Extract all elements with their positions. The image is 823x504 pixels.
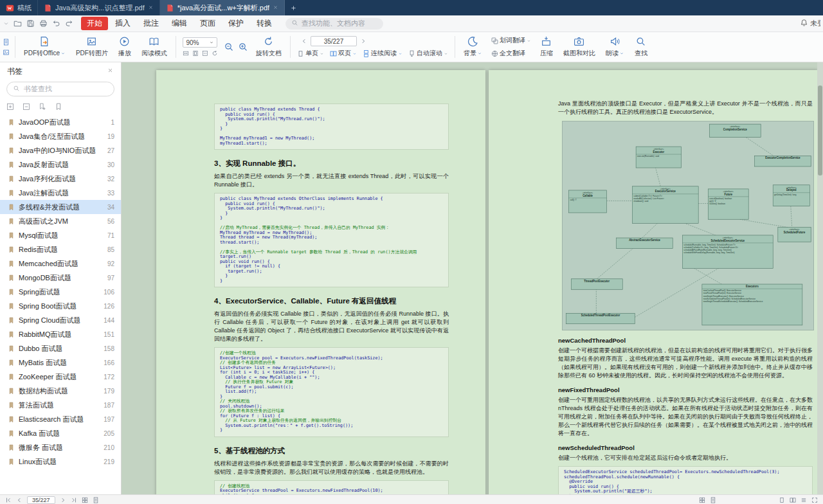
view-mode-单页[interactable]: 单页 xyxy=(297,49,324,58)
add-bookmark-icon[interactable] xyxy=(39,103,46,111)
chevron-left-icon[interactable] xyxy=(16,497,23,503)
close-icon[interactable] xyxy=(148,4,154,12)
rotate-icon[interactable] xyxy=(212,50,218,57)
status-page-indicator[interactable]: 35/227 xyxy=(27,496,55,504)
bookmark-item[interactable]: ZooKeeper 面试题172 xyxy=(0,370,121,384)
bookmark-item[interactable]: Redis面试题85 xyxy=(0,242,121,256)
bookmark-item[interactable]: Java中的IO与NIO面试题27 xyxy=(0,143,121,158)
toolbar-压缩[interactable]: 压缩 xyxy=(536,33,557,61)
bookmark-item[interactable]: Spring Boot面试题126 xyxy=(0,299,121,313)
document-canvas[interactable]: public class MyThread extends Thread { p… xyxy=(122,62,823,494)
bookmark-item[interactable]: 数据结构面试题179 xyxy=(0,384,121,398)
vertical-scrollbar[interactable] xyxy=(817,62,823,494)
fit-page-icon[interactable] xyxy=(192,50,199,57)
bookmark-item[interactable]: JavaOOP面试题1 xyxy=(0,115,121,129)
bookmark-item[interactable]: Spring面试题106 xyxy=(0,285,121,299)
bookmark-item[interactable]: 微服务 面试题210 xyxy=(0,440,121,455)
translate-全文翻译[interactable]: 全文翻译 xyxy=(491,49,531,58)
rotate-document-button[interactable]: 旋转文档 xyxy=(251,33,286,61)
pdf-image-icon[interactable] xyxy=(3,49,10,56)
bookmark-item[interactable]: MyBatis 面试题166 xyxy=(0,356,121,370)
toolbar-查找[interactable]: 查找 xyxy=(630,33,652,61)
background-button[interactable]: 背景 xyxy=(459,33,487,61)
bookmark-item[interactable]: Dubbo 面试题158 xyxy=(0,341,121,356)
single-page-icon[interactable] xyxy=(779,497,785,503)
redo-icon[interactable] xyxy=(65,19,73,28)
bookmark-item[interactable]: 算法面试题187 xyxy=(0,398,121,412)
list-icon[interactable] xyxy=(800,497,807,503)
collapse-all-icon[interactable] xyxy=(23,103,30,111)
bookmark-item[interactable]: 高级面试之JVM56 xyxy=(0,214,121,228)
page-first-icon[interactable] xyxy=(5,497,12,503)
grid-icon[interactable] xyxy=(699,497,705,503)
document-tab-1[interactable]: Java高级架构...识点整理.pdf xyxy=(38,0,160,15)
page-number-input[interactable]: 35/227 xyxy=(311,36,357,46)
fit-width-icon[interactable] xyxy=(183,50,189,57)
function-search[interactable]: 查找功能、文档内容 xyxy=(285,18,383,30)
account-area[interactable]: 未登录 xyxy=(800,19,820,28)
bookmark-search-input[interactable]: 书签查找 xyxy=(6,82,114,96)
zoom-out-icon[interactable] xyxy=(224,42,234,52)
toolbar-PDF转Office[interactable]: PDF转Office xyxy=(19,33,70,61)
doc-icon[interactable] xyxy=(710,497,716,503)
doc-icon[interactable] xyxy=(3,39,10,46)
doc-icon[interactable] xyxy=(93,497,99,503)
bookmark-item[interactable]: MongoDB面试题97 xyxy=(0,271,121,285)
ribbon-menu-保护[interactable]: 保护 xyxy=(222,17,249,30)
ribbon-menu-开始[interactable]: 开始 xyxy=(81,17,108,30)
bookmark-item[interactable]: Linux面试题219 xyxy=(0,455,121,469)
close-icon[interactable] xyxy=(107,67,114,74)
ribbon-menu-页面[interactable]: 页面 xyxy=(194,17,221,30)
chevron-down-icon[interactable] xyxy=(3,20,10,27)
translate-划词翻译[interactable]: 划词翻译 xyxy=(491,36,531,45)
new-tab-button[interactable] xyxy=(285,0,302,15)
double-page-icon[interactable] xyxy=(790,497,796,503)
bell-icon[interactable] xyxy=(800,19,808,27)
zoom-in-icon[interactable] xyxy=(238,42,248,52)
print-icon[interactable] xyxy=(39,19,48,28)
chevron-right-icon[interactable] xyxy=(60,497,66,503)
save-icon[interactable] xyxy=(26,19,35,28)
pdf-page-right[interactable]: Java 里面线程池的顶级接口是 Executor，但是严格意义上讲 Execu… xyxy=(489,70,818,494)
document-tab-2[interactable]: *java高分面试...w+字解析.pdf xyxy=(160,0,285,15)
view-mode-连续阅读[interactable]: 连续阅读 xyxy=(363,49,402,58)
bookmark-item[interactable]: Java集合/泛型面试题19 xyxy=(0,129,121,143)
zoom-select[interactable]: 90% xyxy=(183,37,217,48)
document-tab-0[interactable]: 稿纸 xyxy=(0,0,38,15)
pdf-page-left[interactable]: public class MyThread extends Thread { p… xyxy=(156,70,485,494)
close-icon[interactable] xyxy=(273,4,278,12)
open-folder-icon[interactable] xyxy=(14,19,22,28)
bookmark-item[interactable]: Mysql面试题71 xyxy=(0,228,121,242)
view-mode-自动滚动[interactable]: 自动滚动 xyxy=(408,49,448,58)
ribbon-menu-插入[interactable]: 插入 xyxy=(109,17,136,30)
bookmark-item[interactable]: Elasticsearch 面试题197 xyxy=(0,412,121,426)
toolbar-阅读模式[interactable]: 阅读模式 xyxy=(137,33,172,61)
bookmark-item[interactable]: Memcached面试题92 xyxy=(0,256,121,271)
bookmark-item[interactable]: 多线程&并发面试题34 xyxy=(0,200,121,214)
scrollbar-thumb[interactable] xyxy=(818,86,822,176)
bookmark-item[interactable]: Kafka 面试题205 xyxy=(0,426,121,440)
bookmark-item[interactable]: Java反射面试题30 xyxy=(0,158,121,172)
moon-icon xyxy=(467,36,478,47)
view-mode-双页[interactable]: 双页 xyxy=(330,49,357,58)
toolbar-朗读[interactable]: 朗读 xyxy=(601,33,629,61)
grid-icon[interactable] xyxy=(82,497,88,503)
toolbar-PDF转图片[interactable]: PDF转图片 xyxy=(71,33,113,61)
toolbar-播放[interactable]: 播放 xyxy=(114,33,136,61)
bookmark-item[interactable]: Java序列化面试题32 xyxy=(0,172,121,186)
undo-icon[interactable] xyxy=(52,19,60,28)
fullscreen-icon[interactable] xyxy=(811,497,818,503)
bookmark-item[interactable]: RabbitMQ面试题151 xyxy=(0,327,121,341)
ribbon-menu-编辑[interactable]: 编辑 xyxy=(166,17,193,30)
chevron-right-icon[interactable] xyxy=(360,38,366,44)
ribbon-menu-转换[interactable]: 转换 xyxy=(251,17,278,30)
toolbar-截图和对比[interactable]: 截图和对比 xyxy=(559,33,600,61)
chevron-left-icon[interactable] xyxy=(301,38,307,44)
bookmark-outline-icon[interactable] xyxy=(55,103,62,111)
page-last-icon[interactable] xyxy=(71,497,77,503)
actual-size-icon[interactable] xyxy=(202,50,208,57)
bookmark-item[interactable]: Spring Cloud面试题144 xyxy=(0,313,121,327)
expand-all-icon[interactable] xyxy=(6,103,14,111)
ribbon-menu-批注[interactable]: 批注 xyxy=(138,17,165,30)
bookmark-item[interactable]: Java注解面试题33 xyxy=(0,186,121,200)
